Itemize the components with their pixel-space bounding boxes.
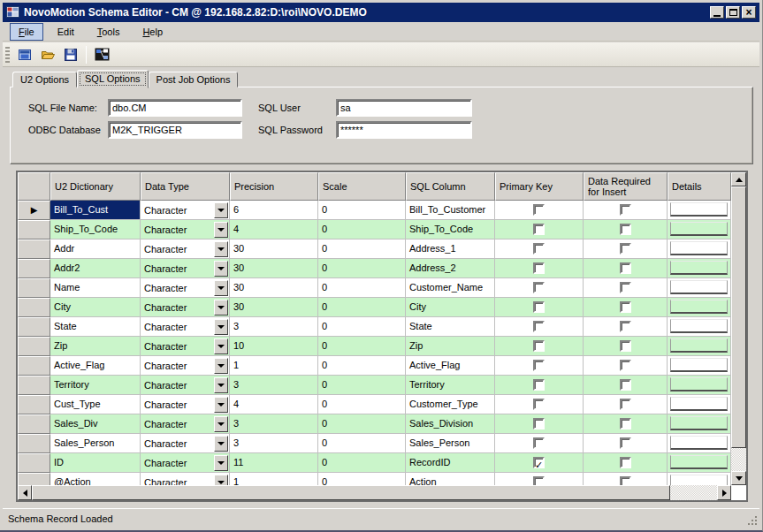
vertical-scrollbar[interactable] bbox=[731, 172, 746, 485]
sql-column-cell[interactable]: State bbox=[406, 317, 495, 337]
details-box[interactable] bbox=[670, 241, 728, 255]
scale-cell[interactable]: 0 bbox=[318, 337, 406, 356]
precision-cell[interactable]: 6 bbox=[230, 201, 318, 220]
close-button[interactable]: × bbox=[742, 6, 756, 19]
u2-dictionary-cell[interactable]: Active_Flag bbox=[50, 356, 141, 376]
required-checkbox[interactable] bbox=[620, 224, 631, 235]
details-cell[interactable] bbox=[668, 317, 731, 337]
open-button[interactable] bbox=[37, 44, 58, 65]
data-type-cell[interactable]: Character bbox=[141, 201, 230, 220]
toolbar-grip[interactable] bbox=[5, 47, 10, 63]
data-type-dropdown-button[interactable] bbox=[214, 319, 228, 335]
data-type-dropdown-button[interactable] bbox=[214, 202, 228, 218]
u2-dictionary-cell[interactable]: Sales_Person bbox=[50, 434, 141, 453]
u2-dictionary-cell[interactable]: Cust_Type bbox=[50, 395, 141, 414]
data-type-cell[interactable]: Character bbox=[141, 453, 230, 473]
vertical-scrollbar-thumb[interactable] bbox=[731, 186, 746, 448]
primary-key-checkbox[interactable] bbox=[533, 262, 545, 274]
precision-cell[interactable]: 10 bbox=[230, 337, 318, 356]
sql-column-cell[interactable]: Sales_Person bbox=[406, 434, 495, 453]
tab-u2-options[interactable]: U2 Options bbox=[12, 72, 77, 87]
data-type-cell[interactable]: Character bbox=[141, 337, 230, 356]
data-type-cell[interactable]: Character bbox=[141, 259, 230, 278]
sql-column-cell[interactable]: Customer_Name bbox=[406, 278, 495, 298]
required-checkbox[interactable] bbox=[620, 437, 631, 449]
scale-cell[interactable]: 0 bbox=[318, 473, 406, 485]
details-cell[interactable] bbox=[668, 434, 731, 453]
sql-column-cell[interactable]: Address_1 bbox=[406, 239, 495, 259]
details-box[interactable] bbox=[670, 300, 728, 314]
required-checkbox[interactable] bbox=[620, 321, 631, 332]
scroll-up-button[interactable] bbox=[731, 172, 746, 186]
data-type-dropdown-button[interactable] bbox=[214, 455, 228, 471]
scale-cell[interactable]: 0 bbox=[318, 259, 406, 278]
scale-cell[interactable]: 0 bbox=[318, 356, 406, 376]
primary-key-checkbox[interactable] bbox=[533, 418, 545, 429]
details-cell[interactable] bbox=[668, 201, 731, 220]
details-box[interactable] bbox=[670, 319, 728, 333]
primary-key-checkbox[interactable] bbox=[533, 243, 545, 255]
data-type-dropdown-button[interactable] bbox=[214, 358, 228, 374]
row-selector[interactable] bbox=[18, 259, 50, 278]
row-selector[interactable] bbox=[18, 298, 50, 317]
scroll-left-button[interactable] bbox=[18, 485, 32, 500]
precision-cell[interactable]: 11 bbox=[230, 453, 318, 473]
precision-cell[interactable]: 1 bbox=[230, 473, 318, 485]
sql-user-input[interactable] bbox=[336, 99, 472, 117]
precision-cell[interactable]: 3 bbox=[230, 414, 318, 434]
row-selector[interactable] bbox=[18, 434, 50, 453]
row-selector[interactable] bbox=[18, 220, 50, 239]
details-box[interactable] bbox=[670, 280, 728, 294]
precision-cell[interactable]: 30 bbox=[230, 278, 318, 298]
precision-cell[interactable]: 3 bbox=[230, 376, 318, 395]
required-checkbox[interactable] bbox=[620, 262, 631, 274]
tab-post-job-options[interactable]: Post Job Options bbox=[149, 72, 239, 87]
row-selector[interactable] bbox=[18, 395, 50, 414]
details-box[interactable] bbox=[670, 358, 728, 372]
data-type-dropdown-button[interactable] bbox=[214, 475, 228, 486]
data-type-cell[interactable]: Character bbox=[141, 414, 230, 434]
details-cell[interactable] bbox=[668, 356, 731, 376]
schema-map-button[interactable] bbox=[91, 44, 112, 65]
row-selector[interactable] bbox=[18, 239, 50, 259]
details-box[interactable] bbox=[670, 338, 728, 353]
data-type-dropdown-button[interactable] bbox=[214, 222, 228, 238]
header-u2-dictionary[interactable]: U2 Dictionary bbox=[50, 172, 141, 201]
primary-key-checkbox[interactable] bbox=[533, 224, 545, 235]
u2-dictionary-cell[interactable]: Bill_To_Cust bbox=[50, 201, 141, 220]
required-checkbox[interactable] bbox=[620, 476, 631, 485]
scale-cell[interactable]: 0 bbox=[318, 239, 406, 259]
data-type-cell[interactable]: Character bbox=[141, 473, 230, 485]
row-selector[interactable] bbox=[18, 453, 50, 473]
details-cell[interactable] bbox=[668, 453, 731, 473]
precision-cell[interactable]: 30 bbox=[230, 298, 318, 317]
header-data-required[interactable]: Data Required for Insert bbox=[584, 172, 668, 201]
precision-cell[interactable]: 1 bbox=[230, 356, 318, 376]
u2-dictionary-cell[interactable]: @Action bbox=[50, 473, 141, 485]
sql-column-cell[interactable]: Address_2 bbox=[406, 259, 495, 278]
data-type-cell[interactable]: Character bbox=[141, 317, 230, 337]
primary-key-checkbox[interactable] bbox=[533, 399, 545, 410]
scale-cell[interactable]: 0 bbox=[318, 298, 406, 317]
details-box[interactable] bbox=[670, 436, 728, 450]
precision-cell[interactable]: 30 bbox=[230, 239, 318, 259]
data-type-cell[interactable]: Character bbox=[141, 395, 230, 414]
data-type-cell[interactable]: Character bbox=[141, 376, 230, 395]
scale-cell[interactable]: 0 bbox=[318, 278, 406, 298]
details-cell[interactable] bbox=[668, 376, 731, 395]
details-cell[interactable] bbox=[668, 395, 731, 414]
details-box[interactable] bbox=[670, 475, 728, 485]
data-type-cell[interactable]: Character bbox=[141, 239, 230, 259]
u2-dictionary-cell[interactable]: Zip bbox=[50, 337, 141, 356]
details-box[interactable] bbox=[670, 261, 728, 275]
maximize-button[interactable] bbox=[726, 6, 740, 19]
sql-column-cell[interactable]: Zip bbox=[406, 337, 495, 356]
data-type-dropdown-button[interactable] bbox=[214, 377, 228, 393]
sql-file-name-input[interactable] bbox=[108, 99, 242, 117]
precision-cell[interactable]: 3 bbox=[230, 434, 318, 453]
details-box[interactable] bbox=[670, 202, 728, 217]
primary-key-checkbox[interactable] bbox=[533, 321, 545, 332]
sql-column-cell[interactable]: RecordID bbox=[406, 453, 495, 473]
primary-key-checkbox[interactable] bbox=[533, 301, 545, 313]
header-data-type[interactable]: Data Type bbox=[141, 172, 230, 201]
